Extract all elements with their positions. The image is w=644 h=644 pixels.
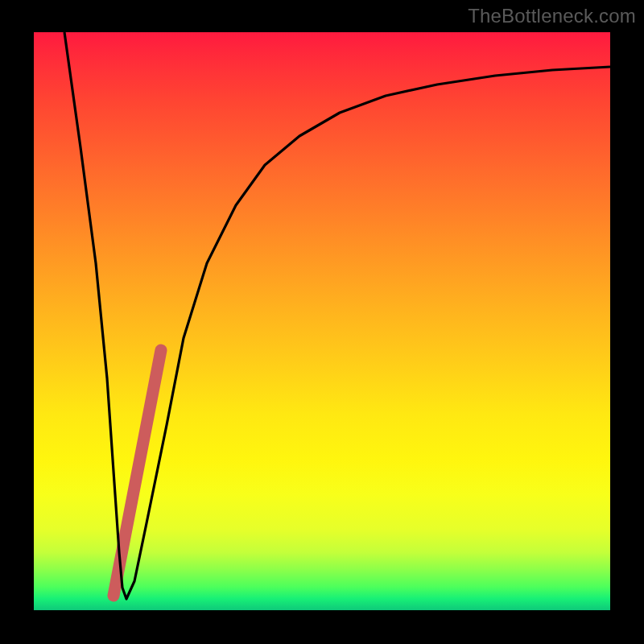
chart-svg: [34, 32, 610, 610]
watermark-text: TheBottleneck.com: [468, 5, 636, 27]
chart-frame: TheBottleneck.com: [0, 0, 644, 644]
bottleneck-curve: [64, 32, 610, 599]
